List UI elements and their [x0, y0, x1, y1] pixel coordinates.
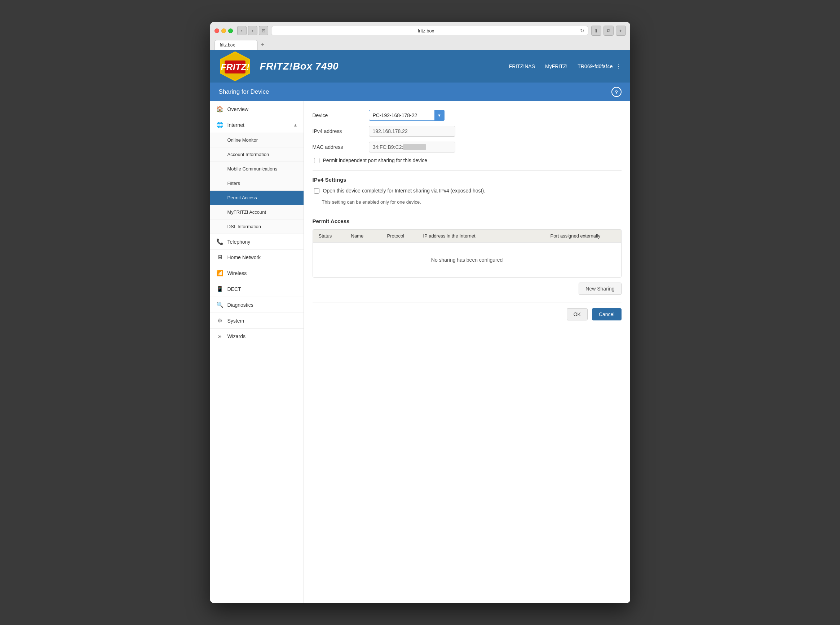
- system-icon: ⚙: [216, 317, 224, 324]
- myfritz-link[interactable]: MyFRITZ!: [545, 64, 568, 69]
- plus-button[interactable]: +: [616, 26, 626, 36]
- device-label: Device: [313, 112, 363, 118]
- independent-port-checkbox[interactable]: [314, 158, 319, 163]
- new-tab-button[interactable]: +: [258, 40, 267, 49]
- sidebar-label-mobile-comms: Mobile Communications: [227, 166, 298, 171]
- app-header: FRITZ! FRITZ!Box 7490 FRITZ!NAS MyFRITZ!…: [210, 50, 630, 82]
- sidebar-item-myfritz-account[interactable]: MyFRITZ! Account: [210, 205, 303, 219]
- divider-1: [313, 171, 622, 171]
- internet-icon: 🌐: [216, 121, 224, 128]
- sidebar-item-wizards[interactable]: » Wizards: [210, 329, 303, 344]
- username-label: TR069-fd6faf4e: [577, 64, 613, 69]
- sidebar-item-dect[interactable]: 📱 DECT: [210, 281, 303, 297]
- svg-text:FRITZ!: FRITZ!: [221, 62, 249, 72]
- sidebar-item-mobile-comms[interactable]: Mobile Communications: [210, 162, 303, 176]
- sidebar-label-dsl-info: DSL Information: [227, 224, 298, 229]
- help-button[interactable]: ?: [611, 87, 622, 97]
- device-row: Device PC-192-168-178-22 ▼: [313, 110, 622, 121]
- mac-address-text: 34:FC:B9:C2:: [373, 144, 403, 150]
- permit-access-heading: Permit Access: [313, 218, 622, 224]
- sidebar-label-wireless: Wireless: [227, 271, 298, 276]
- sidebar-item-system[interactable]: ⚙ System: [210, 313, 303, 329]
- sidebar-label-online-monitor: Online Monitor: [227, 137, 298, 143]
- sidebar-label-diagnostics: Diagnostics: [227, 302, 298, 308]
- sidebar: 🏠 Overview 🌐 Internet ▲ Online Monitor A…: [210, 101, 304, 603]
- window-button[interactable]: ⧉: [604, 26, 614, 36]
- app-layout: FRITZ! FRITZ!Box 7490 FRITZ!NAS MyFRITZ!…: [210, 50, 630, 603]
- sidebar-label-filters: Filters: [227, 180, 298, 186]
- sidebar-item-home-network[interactable]: 🖥 Home Network: [210, 250, 303, 265]
- fritznas-link[interactable]: FRITZ!NAS: [509, 64, 535, 69]
- share-button[interactable]: ⬆: [591, 26, 601, 36]
- browser-actions: ⬆ ⧉ +: [591, 26, 626, 36]
- divider-2: [313, 212, 622, 212]
- mac-blurred-part: ██████: [403, 144, 426, 150]
- content-area: Device PC-192-168-178-22 ▼ IPv4 address: [304, 101, 630, 603]
- exposed-host-note: This setting can be enabled only for one…: [313, 199, 622, 205]
- sidebar-item-permit-access[interactable]: Permit Access: [210, 191, 303, 205]
- wireless-icon: 📶: [216, 270, 224, 277]
- fullscreen-traffic-light[interactable]: [228, 28, 233, 33]
- fritz-logo: FRITZ!: [219, 50, 251, 82]
- device-section: Device PC-192-168-178-22 ▼ IPv4 address: [313, 110, 622, 163]
- device-select[interactable]: PC-192-168-178-22: [369, 110, 445, 121]
- new-sharing-row: New Sharing: [313, 283, 622, 295]
- sidebar-label-overview: Overview: [227, 106, 298, 112]
- sidebar-label-internet: Internet: [227, 122, 290, 128]
- new-sharing-button[interactable]: New Sharing: [579, 283, 621, 295]
- user-info: TR069-fd6faf4e ⋮: [577, 62, 621, 70]
- dots-menu-icon[interactable]: ⋮: [615, 62, 622, 70]
- ipv4-input[interactable]: [369, 126, 455, 137]
- browser-titlebar: ‹ › ⊡ fritz.box ↻ ⬆ ⧉ +: [215, 26, 626, 36]
- main-area: 🏠 Overview 🌐 Internet ▲ Online Monitor A…: [210, 101, 630, 603]
- back-button[interactable]: ‹: [237, 26, 247, 35]
- permit-access-section: Permit Access Status Name Protocol IP ad…: [313, 218, 622, 295]
- table-header: Status Name Protocol IP address in the I…: [313, 230, 621, 243]
- url-bar[interactable]: fritz.box ↻: [271, 26, 588, 35]
- independent-port-label: Permit independent port sharing for this…: [323, 157, 428, 163]
- wizards-icon: »: [216, 333, 224, 339]
- sidebar-item-telephony[interactable]: 📞 Telephony: [210, 234, 303, 250]
- col-port: Port assigned externally: [551, 233, 615, 239]
- sidebar-item-dsl-info[interactable]: DSL Information: [210, 219, 303, 234]
- independent-port-checkbox-row: Permit independent port sharing for this…: [313, 157, 622, 163]
- cancel-button[interactable]: Cancel: [592, 308, 622, 320]
- sidebar-item-online-monitor[interactable]: Online Monitor: [210, 133, 303, 148]
- sidebar-item-account-information[interactable]: Account Information: [210, 148, 303, 162]
- view-button[interactable]: ⊡: [259, 26, 268, 35]
- sidebar-label-account-info: Account Information: [227, 152, 298, 157]
- traffic-lights: [215, 28, 233, 33]
- ipv4-settings-heading: IPv4 Settings: [313, 177, 622, 183]
- sidebar-item-wireless[interactable]: 📶 Wireless: [210, 265, 303, 281]
- browser-window: ‹ › ⊡ fritz.box ↻ ⬆ ⧉ + fritz.box +: [210, 22, 630, 603]
- device-control: PC-192-168-178-22 ▼: [369, 110, 445, 121]
- browser-tab-active[interactable]: fritz.box: [215, 40, 258, 50]
- dect-icon: 📱: [216, 286, 224, 292]
- sidebar-item-filters[interactable]: Filters: [210, 176, 303, 191]
- app-title: FRITZ!Box 7490: [260, 61, 509, 72]
- header-title: FRITZ!Box 7490: [260, 61, 509, 72]
- exposed-host-checkbox[interactable]: [314, 188, 319, 194]
- browser-chrome: ‹ › ⊡ fritz.box ↻ ⬆ ⧉ + fritz.box +: [210, 22, 630, 50]
- ok-button[interactable]: OK: [567, 308, 588, 320]
- telephony-icon: 📞: [216, 238, 224, 245]
- sidebar-item-diagnostics[interactable]: 🔍 Diagnostics: [210, 297, 303, 313]
- sidebar-item-overview[interactable]: 🏠 Overview: [210, 101, 303, 117]
- col-name: Name: [351, 233, 380, 239]
- mac-row: MAC address 34:FC:B9:C2:██████: [313, 141, 622, 152]
- expand-icon: ▲: [294, 123, 298, 127]
- refresh-icon[interactable]: ↻: [580, 28, 584, 34]
- sidebar-label-wizards: Wizards: [227, 333, 298, 339]
- sidebar-label-telephony: Telephony: [227, 239, 298, 245]
- forward-button[interactable]: ›: [248, 26, 257, 35]
- mac-label: MAC address: [313, 144, 363, 150]
- close-traffic-light[interactable]: [215, 28, 219, 33]
- home-network-icon: 🖥: [216, 254, 224, 261]
- page-header: Sharing for Device ?: [210, 82, 630, 101]
- minimize-traffic-light[interactable]: [221, 28, 226, 33]
- sidebar-label-myfritz-account: MyFRITZ! Account: [227, 210, 298, 215]
- col-ip: IP address in the Internet: [423, 233, 543, 239]
- table-body: No sharing has been configured: [313, 243, 621, 277]
- browser-tab-bar: fritz.box +: [215, 39, 626, 50]
- sidebar-item-internet[interactable]: 🌐 Internet ▲: [210, 117, 303, 133]
